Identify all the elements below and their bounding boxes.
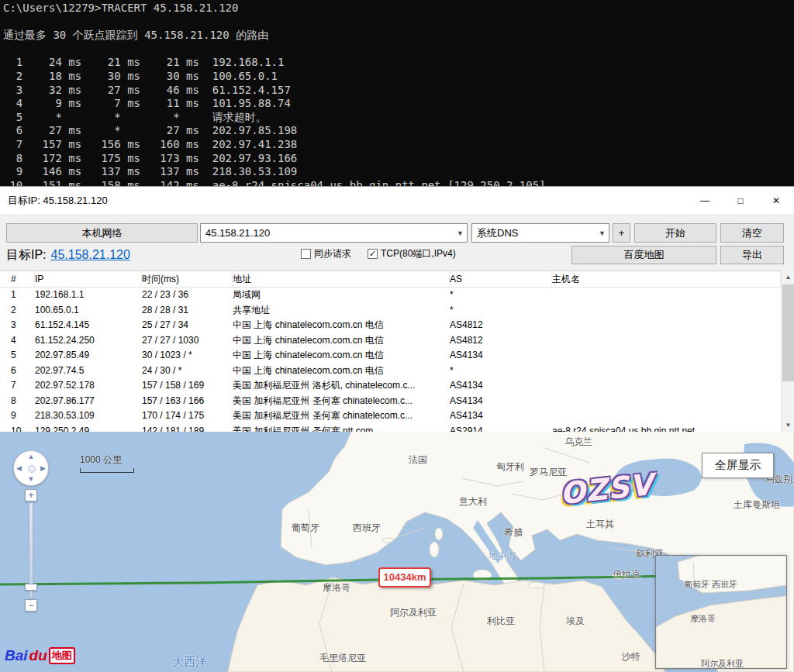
baidu-logo[interactable]: Bai du 地图: [5, 647, 75, 664]
africa-landmass: [228, 577, 665, 672]
local-network-button[interactable]: 本机网络: [6, 223, 198, 243]
export-button[interactable]: 导出: [720, 246, 784, 264]
chevron-down-icon[interactable]: ▼: [457, 229, 464, 237]
cell-as: AS4134: [450, 394, 552, 409]
cell-hostname: [552, 348, 781, 364]
cell-ip: 61.152.4.145: [35, 318, 142, 333]
fullscreen-button[interactable]: 全屏显示: [702, 453, 774, 478]
target-ip-label: 目标IP:: [6, 247, 47, 264]
table-row[interactable]: 10 129.250.2.49 142 / 181 / 189 美国 加利福尼亚…: [0, 424, 781, 432]
route-distance-label: 10434km: [378, 567, 431, 588]
minimap[interactable]: 葡萄牙 西班牙摩洛哥阿尔及利亚: [655, 555, 787, 669]
table-row[interactable]: 5 202.97.85.49 30 / 1023 / * 中国 上海 china…: [0, 348, 781, 364]
island-balearic: [382, 538, 393, 543]
table-row[interactable]: 1 192.168.1.1 22 / 23 / 36 局域网 *: [0, 288, 781, 303]
zoom-out-button[interactable]: −: [25, 599, 37, 612]
minimap-label: 阿尔及利亚: [701, 658, 744, 669]
map-pan-control[interactable]: ▲ ▼ ◀ ▶: [13, 450, 49, 486]
trace-table-body: 1 192.168.1.1 22 / 23 / 36 局域网 * 2 100.6…: [0, 288, 781, 432]
terminal-line: [3, 16, 794, 29]
map-label: 法国: [409, 453, 427, 467]
zoom-slider-handle[interactable]: [25, 584, 37, 591]
baidu-map-button[interactable]: 百度地图: [571, 246, 716, 264]
scrollbar-thumb[interactable]: [782, 284, 794, 381]
col-header-hostname[interactable]: 主机名: [552, 271, 781, 287]
terminal-line: 8 172 ms 175 ms 173 ms 202.97.93.166: [3, 152, 794, 166]
cell-num: 10: [11, 424, 35, 432]
cell-ip: 202.97.52.178: [35, 378, 142, 394]
terminal-line: 1 24 ms 21 ms 21 ms 192.168.1.1: [3, 56, 794, 70]
add-target-button[interactable]: +: [613, 223, 630, 243]
cell-address: 中国 上海 chinatelecom.com.cn 电信: [233, 348, 450, 364]
col-header-as[interactable]: AS: [450, 271, 552, 287]
cell-as: AS4134: [450, 348, 552, 364]
col-header-num[interactable]: #: [11, 271, 35, 287]
dns-value: 系统DNS: [477, 226, 518, 240]
col-header-time[interactable]: 时间(ms): [142, 271, 233, 287]
zoom-in-button[interactable]: +: [25, 489, 37, 501]
table-row[interactable]: 2 100.65.0.1 28 / 28 / 31 共享地址 *: [0, 303, 781, 319]
cell-time: 170 / 174 / 175: [142, 408, 233, 424]
cell-time: 142 / 181 / 189: [142, 424, 233, 432]
terminal-line: 5 * * * 请求超时。: [3, 111, 794, 125]
cell-ip: 202.97.74.5: [35, 364, 142, 379]
maximize-button[interactable]: □: [723, 187, 758, 215]
map-label: 埃及: [566, 615, 585, 628]
sync-request-checkbox[interactable]: 同步请求: [301, 247, 351, 260]
scale-label: 1000 公里: [80, 453, 134, 467]
window-title: 目标IP: 45.158.21.120: [8, 187, 108, 215]
pan-center-icon[interactable]: [28, 465, 36, 473]
table-row[interactable]: 4 61.152.24.250 27 / 27 / 1030 中国 上海 chi…: [0, 333, 781, 349]
scroll-down-icon[interactable]: ▼: [782, 419, 794, 432]
map-label: 利比亚: [487, 615, 515, 628]
island-corsica: [435, 528, 443, 540]
island-crete: [528, 582, 545, 588]
tcp-checkbox[interactable]: TCP(80端口,IPv4): [368, 247, 456, 260]
terminal-window[interactable]: C:\Users\12279>TRACERT 45.158.21.120 通过最…: [0, 0, 794, 186]
map-label: 葡萄牙: [292, 522, 319, 535]
dns-combobox[interactable]: 系统DNS ▼: [471, 223, 609, 243]
terminal-line: 2 18 ms 30 ms 30 ms 100.65.0.1: [3, 70, 794, 84]
pan-up-icon[interactable]: ▲: [28, 453, 35, 460]
terminal-line: 7 157 ms 156 ms 160 ms 202.97.41.238: [3, 138, 794, 152]
checkbox-box-icon[interactable]: [301, 249, 311, 259]
map-label: 匈牙利: [496, 460, 524, 474]
chevron-down-icon[interactable]: ▼: [599, 229, 606, 237]
table-row[interactable]: 6 202.97.74.5 24 / 30 / * 中国 上海 chinatel…: [0, 364, 781, 379]
scroll-up-icon[interactable]: ▲: [782, 271, 794, 284]
table-row[interactable]: 8 202.97.86.177 157 / 163 / 166 美国 加利福尼亚…: [0, 394, 781, 409]
clear-button[interactable]: 清空: [720, 223, 784, 243]
cell-as: *: [450, 303, 552, 319]
close-button[interactable]: ✕: [758, 187, 794, 215]
target-ip-combobox[interactable]: 45.158.21.120 ▼: [200, 223, 468, 243]
col-header-ip[interactable]: IP: [35, 271, 142, 287]
pan-left-icon[interactable]: ◀: [16, 465, 22, 472]
pan-right-icon[interactable]: ▶: [40, 465, 46, 472]
table-row[interactable]: 3 61.152.4.145 25 / 27 / 34 中国 上海 chinat…: [0, 318, 781, 333]
cell-num: 6: [11, 364, 35, 379]
checkbox-box-icon[interactable]: [368, 249, 378, 259]
island-sardinia: [430, 542, 439, 557]
cell-address: 美国 加利福尼亚州 圣何塞 chinatelecom.c...: [233, 394, 450, 409]
target-ip-link[interactable]: 45.158.21.120: [51, 248, 130, 262]
cell-as: AS4134: [450, 408, 552, 424]
terminal-line: [3, 43, 794, 57]
col-header-address[interactable]: 地址: [233, 271, 450, 287]
baidu-map[interactable]: 法国匈牙利罗马尼亚乌克兰意大利葡萄牙西班牙希腊土耳其地中海叙利亚伊拉克摩洛哥阿尔…: [0, 432, 794, 672]
table-row[interactable]: 9 218.30.53.109 170 / 174 / 175 美国 加利福尼亚…: [0, 408, 781, 424]
table-scrollbar[interactable]: ▲ ▼: [781, 271, 794, 432]
baidu-logo-du: du: [29, 647, 47, 664]
pan-down-icon[interactable]: ▼: [28, 476, 35, 483]
cell-as: AS2914: [450, 424, 552, 432]
cell-hostname: [552, 303, 781, 319]
cell-ip: 61.152.24.250: [35, 333, 142, 349]
minimize-button[interactable]: —: [687, 187, 723, 215]
titlebar[interactable]: 目标IP: 45.158.21.120 — □ ✕: [0, 186, 794, 214]
cell-address: 美国 加利福尼亚州 洛杉矶, chinatelecom.c...: [233, 378, 450, 394]
cell-hostname: [552, 318, 781, 333]
scale-bar: [80, 468, 134, 473]
terminal-line: C:\Users\12279>TRACERT 45.158.21.120: [3, 2, 794, 16]
start-button[interactable]: 开始: [634, 223, 716, 243]
table-row[interactable]: 7 202.97.52.178 157 / 158 / 169 美国 加利福尼亚…: [0, 378, 781, 394]
close-icon: ✕: [772, 195, 780, 206]
